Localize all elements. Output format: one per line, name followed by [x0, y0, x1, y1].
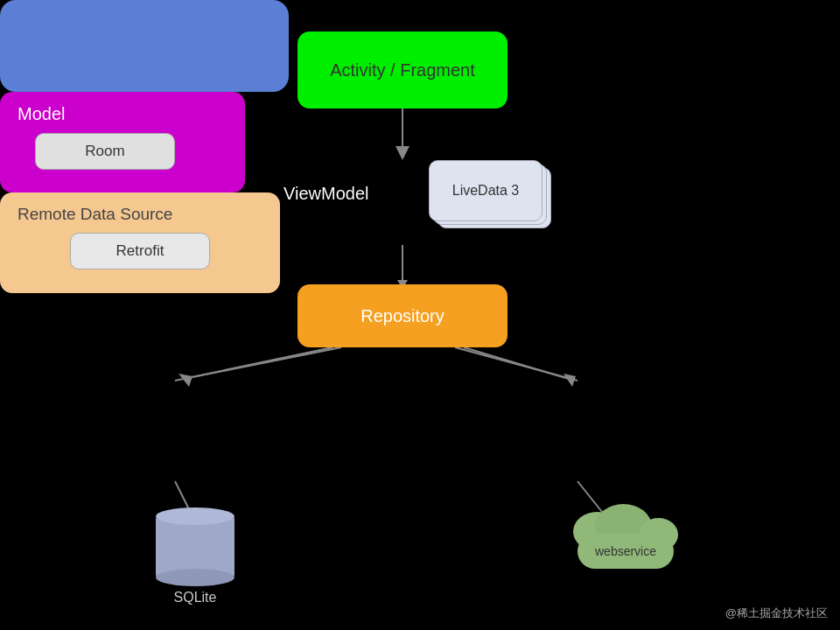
- svg-line-10: [184, 347, 341, 379]
- webservice-container: webservice: [569, 516, 682, 569]
- viewmodel-box: [0, 0, 289, 92]
- sqlite-container: SQLite: [156, 516, 234, 606]
- retrofit-label: Retrofit: [116, 242, 164, 260]
- sqlite-cylinder: [156, 516, 234, 578]
- svg-line-3: [455, 347, 578, 381]
- model-label: Model: [18, 104, 65, 124]
- sqlite-label: SQLite: [174, 590, 217, 606]
- activity-fragment-box: Activity / Fragment: [298, 32, 508, 108]
- webservice-label: webservice: [569, 544, 682, 558]
- livedata-card-front: LiveData 3: [429, 160, 542, 221]
- watermark: @稀土掘金技术社区: [725, 606, 828, 621]
- remote-datasource-box: Remote Data Source Retrofit: [0, 192, 280, 293]
- svg-line-12: [464, 347, 569, 379]
- svg-marker-7: [397, 149, 408, 158]
- cylinder-bottom: [156, 569, 234, 586]
- livedata-label: LiveData 3: [452, 183, 520, 199]
- svg-line-2: [175, 347, 332, 381]
- viewmodel-label: ViewModel: [284, 184, 368, 204]
- repository-label: Repository: [360, 306, 444, 326]
- svg-marker-13: [564, 374, 576, 387]
- activity-fragment-label: Activity / Fragment: [330, 60, 475, 80]
- svg-marker-11: [178, 374, 192, 387]
- room-label: Room: [85, 143, 124, 160]
- webservice-cloud: webservice: [569, 516, 682, 569]
- model-box: Model Room: [0, 92, 245, 192]
- repository-box: Repository: [298, 284, 508, 347]
- retrofit-box: Retrofit: [70, 233, 210, 270]
- architecture-diagram: Activity / Fragment ViewModel LiveData 3…: [0, 0, 840, 630]
- room-box: Room: [35, 133, 175, 170]
- cylinder-top: [156, 508, 234, 525]
- remote-datasource-label: Remote Data Source: [18, 205, 172, 224]
